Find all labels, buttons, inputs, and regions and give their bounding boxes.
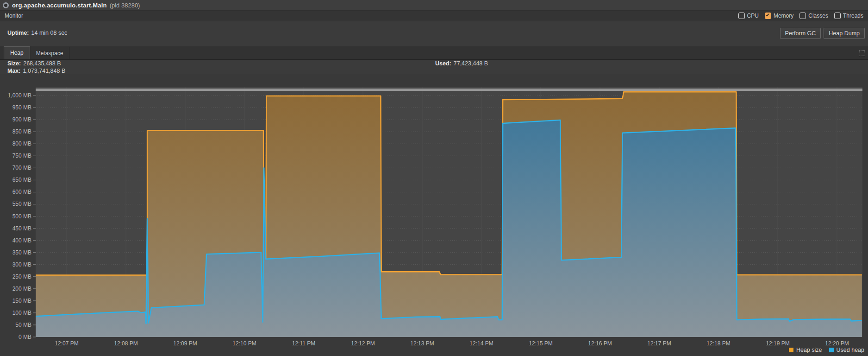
y-tick-label: 350 MB	[12, 249, 31, 256]
action-button-row: Perform GCHeap Dump	[780, 28, 865, 39]
checkbox-label-memory: Memory	[774, 13, 793, 19]
y-tick-label: 50 MB	[15, 322, 31, 328]
x-tick-label: 12:15 PM	[529, 340, 552, 347]
checkbox-box-cpu[interactable]	[738, 13, 745, 19]
uptime-label: Uptime:	[7, 30, 29, 36]
legend-label: Used heap	[837, 347, 864, 353]
y-tick-label: 900 MB	[12, 116, 31, 123]
y-tick-label: 300 MB	[12, 261, 31, 268]
x-tick-label: 12:12 PM	[351, 340, 375, 347]
legend-swatch	[789, 348, 793, 352]
x-tick-label: 12:08 PM	[114, 340, 137, 347]
x-tick-label: 12:11 PM	[292, 340, 315, 347]
x-tick-label: 12:18 PM	[706, 340, 730, 347]
y-tick-label: 250 MB	[12, 273, 31, 280]
tab-metaspace[interactable]: Metaspace	[30, 47, 70, 59]
y-tick-label: 400 MB	[12, 237, 31, 244]
y-tick-label: 1,000 MB	[8, 92, 31, 99]
checkbox-label-classes: Classes	[808, 13, 828, 19]
legend-label: Heap size	[796, 347, 822, 353]
y-tick-label: 550 MB	[12, 201, 31, 207]
y-tick-label: 750 MB	[12, 153, 31, 159]
x-tick-label: 12:20 PM	[825, 340, 849, 347]
y-tick-label: 600 MB	[12, 189, 31, 195]
checkbox-box-classes[interactable]	[799, 13, 806, 19]
heap-dump-button[interactable]: Heap Dump	[824, 28, 865, 39]
x-tick-label: 12:16 PM	[588, 340, 612, 347]
y-tick-label: 100 MB	[12, 310, 31, 316]
perform-gc-button[interactable]: Perform GC	[780, 28, 821, 39]
metric-checkbox-row: CPUMemoryClassesThreads	[738, 13, 863, 19]
heap-info-row: Size:268,435,488 B Max:1,073,741,848 B U…	[0, 60, 868, 74]
y-tick-label: 800 MB	[12, 140, 31, 147]
uptime-value: 14 min 08 sec	[31, 30, 68, 36]
x-tick-label: 12:10 PM	[232, 340, 256, 347]
uptime-text: Uptime:14 min 08 sec	[7, 30, 67, 36]
size-value: 268,435,488 B	[23, 60, 61, 67]
x-tick-label: 12:19 PM	[766, 340, 789, 347]
x-tick-label: 12:07 PM	[55, 340, 78, 347]
y-tick-label: 950 MB	[12, 104, 31, 111]
checkbox-box-memory[interactable]	[765, 13, 771, 19]
legend-item-used-heap: Used heap	[829, 347, 864, 353]
checkbox-box-threads[interactable]	[834, 13, 841, 19]
heap-chart-canvas: 0 MB50 MB100 MB150 MB200 MB250 MB300 MB3…	[0, 74, 868, 356]
title-bar: org.apache.accumulo.start.Main (pid 3828…	[0, 0, 868, 11]
heap-chart: 0 MB50 MB100 MB150 MB200 MB250 MB300 MB3…	[0, 74, 868, 356]
y-tick-label: 700 MB	[12, 165, 31, 171]
window-title-pid: (pid 38280)	[110, 2, 140, 9]
monitor-header-bar: Monitor CPUMemoryClassesThreads	[0, 11, 868, 21]
y-tick-label: 200 MB	[12, 286, 31, 292]
y-tick-label: 150 MB	[12, 298, 31, 304]
checkbox-label-cpu: CPU	[747, 13, 759, 19]
view-label-monitor[interactable]: Monitor	[5, 13, 23, 19]
memory-tabstrip: HeapMetaspace	[0, 46, 868, 60]
y-tick-label: 850 MB	[12, 128, 31, 135]
used-label: Used:	[435, 60, 451, 67]
used-value: 77,423,448 B	[454, 60, 488, 67]
detach-window-icon[interactable]	[859, 51, 865, 56]
checkbox-label-threads: Threads	[843, 13, 863, 19]
size-label: Size:	[7, 60, 21, 67]
x-tick-label: 12:17 PM	[647, 340, 671, 347]
tab-heap[interactable]: Heap	[4, 46, 30, 59]
max-heap-line	[36, 89, 862, 91]
status-row: Uptime:14 min 08 sec Perform GCHeap Dump	[0, 21, 868, 46]
y-tick-label: 650 MB	[12, 177, 31, 183]
x-tick-label: 12:13 PM	[410, 340, 434, 347]
max-label: Max:	[7, 68, 20, 74]
java-app-icon	[3, 2, 9, 8]
x-tick-label: 12:09 PM	[173, 340, 197, 347]
window-title: org.apache.accumulo.start.Main	[12, 2, 107, 9]
legend-item-heap-size: Heap size	[789, 347, 822, 353]
y-tick-label: 0 MB	[19, 334, 31, 340]
y-tick-label: 450 MB	[12, 225, 31, 232]
checkbox-memory[interactable]: Memory	[765, 13, 793, 19]
checkbox-threads[interactable]: Threads	[834, 13, 863, 19]
checkbox-classes[interactable]: Classes	[799, 13, 828, 19]
y-tick-label: 500 MB	[12, 213, 31, 220]
x-tick-label: 12:14 PM	[469, 340, 493, 347]
chart-legend: Heap sizeUsed heap	[789, 347, 864, 353]
legend-swatch	[829, 348, 834, 352]
max-value: 1,073,741,848 B	[23, 68, 65, 74]
checkbox-cpu[interactable]: CPU	[738, 13, 759, 19]
